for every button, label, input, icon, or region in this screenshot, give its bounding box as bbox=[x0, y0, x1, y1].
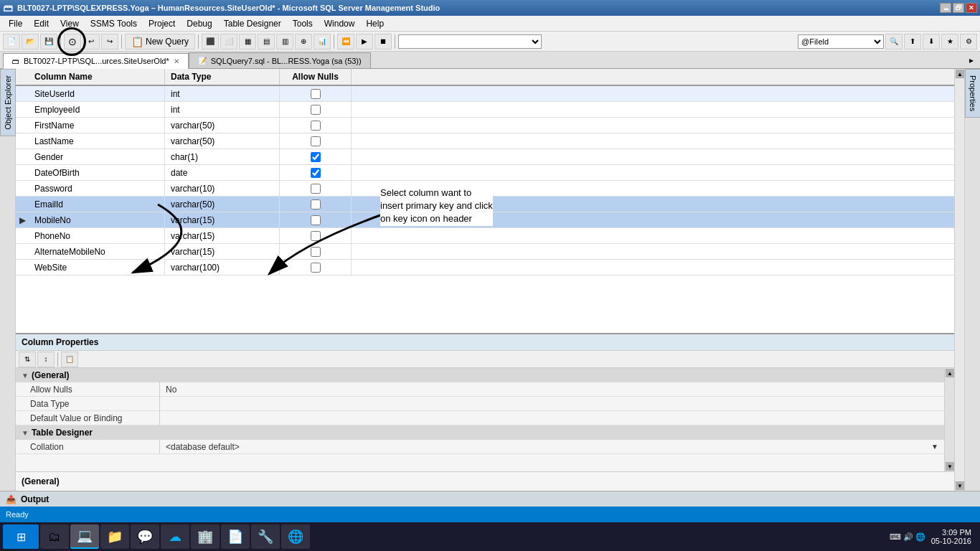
cell-name-10[interactable]: PhoneNo bbox=[29, 228, 165, 243]
toolbar-btn-x4[interactable]: ⚙ bbox=[960, 34, 977, 50]
toolbar-btn-cursor[interactable]: ⊙ bbox=[64, 34, 81, 50]
scrollbar-down[interactable]: ▼ bbox=[946, 462, 954, 471]
toolbar-btn-10[interactable]: ▥ bbox=[276, 34, 293, 50]
cell-name-5[interactable]: Gender bbox=[29, 149, 165, 164]
cell-name-2[interactable]: EmployeeId bbox=[29, 102, 165, 117]
col-props-scrollbar[interactable]: ▲ ▼ bbox=[944, 368, 954, 471]
toolbar-btn-15[interactable]: ⏹ bbox=[374, 34, 392, 50]
menu-ssms[interactable]: SSMS Tools bbox=[85, 17, 143, 30]
toolbar-btn-13[interactable]: ⏪ bbox=[337, 34, 354, 50]
main-scrollbar-down[interactable]: ▼ bbox=[956, 481, 964, 490]
checkbox-null-9[interactable] bbox=[311, 215, 321, 225]
close-button[interactable]: ✕ bbox=[966, 3, 977, 13]
cell-type-9[interactable]: varchar(15) bbox=[165, 212, 280, 227]
table-row[interactable]: ▶ MobileNo varchar(15) bbox=[16, 212, 954, 228]
checkbox-null-1[interactable] bbox=[311, 89, 321, 99]
cell-null-12[interactable] bbox=[280, 260, 352, 275]
toolbar-btn-x2[interactable]: ⬇ bbox=[923, 34, 940, 50]
main-scrollbar[interactable]: ▲ ▼ bbox=[954, 69, 964, 491]
tab-sqlquery7[interactable]: 📝 SQLQuery7.sql - BL...RESS.Yoga (sa (53… bbox=[189, 52, 371, 68]
new-query-button[interactable]: 📋 New Query bbox=[125, 34, 195, 50]
checkbox-null-12[interactable] bbox=[311, 263, 321, 273]
cell-type-12[interactable]: varchar(100) bbox=[165, 260, 280, 275]
toolbar-btn-undo[interactable]: ↩ bbox=[83, 34, 100, 50]
props-toolbar-btn-1[interactable]: ⇅ bbox=[19, 352, 36, 367]
cell-name-1[interactable]: SiteUserId bbox=[29, 86, 165, 101]
taskbar-icon-skype[interactable]: ☁ bbox=[161, 524, 189, 549]
props-toolbar-btn-2[interactable]: ↕ bbox=[37, 352, 55, 367]
cell-name-7[interactable]: Password bbox=[29, 181, 165, 196]
main-scrollbar-up[interactable]: ▲ bbox=[956, 70, 964, 78]
toolbar-btn-11[interactable]: ⊕ bbox=[295, 34, 312, 50]
tab-scroll-right[interactable]: ▸ bbox=[966, 52, 977, 68]
cell-null-4[interactable] bbox=[280, 133, 352, 149]
cell-type-2[interactable]: int bbox=[165, 102, 280, 117]
object-explorer-tab[interactable]: Object Explorer bbox=[0, 69, 16, 136]
menu-table-designer[interactable]: Table Designer bbox=[218, 17, 287, 30]
cell-name-3[interactable]: FirstName bbox=[29, 118, 165, 133]
checkbox-null-8[interactable] bbox=[311, 199, 321, 209]
menu-project[interactable]: Project bbox=[143, 17, 181, 30]
checkbox-null-3[interactable] bbox=[311, 121, 321, 131]
checkbox-null-10[interactable] bbox=[311, 231, 321, 241]
toolbar-btn-x3[interactable]: ★ bbox=[941, 34, 958, 50]
cell-type-1[interactable]: int bbox=[165, 86, 280, 101]
cell-name-12[interactable]: WebSite bbox=[29, 260, 165, 275]
cell-null-7[interactable] bbox=[280, 181, 352, 196]
table-row[interactable]: EmailId varchar(50) bbox=[16, 197, 954, 212]
cell-null-9[interactable] bbox=[280, 212, 352, 227]
toolbar-btn-12[interactable]: 📊 bbox=[314, 34, 331, 50]
taskbar-icon-chat[interactable]: 💬 bbox=[131, 524, 159, 549]
cell-null-8[interactable] bbox=[280, 197, 352, 212]
taskbar-icon-app3[interactable]: 🔧 bbox=[251, 524, 280, 549]
toolbar-btn-redo[interactable]: ↪ bbox=[101, 34, 118, 50]
cell-null-10[interactable] bbox=[280, 228, 352, 243]
cell-name-4[interactable]: LastName bbox=[29, 133, 165, 149]
cell-type-10[interactable]: varchar(15) bbox=[165, 228, 280, 243]
table-row[interactable]: DateOfBirth date bbox=[16, 165, 954, 181]
toolbar-btn-9[interactable]: ▤ bbox=[258, 34, 275, 50]
menu-tools[interactable]: Tools bbox=[287, 17, 319, 30]
props-val-collation[interactable]: <database default> ▼ bbox=[159, 440, 944, 453]
cell-name-8[interactable]: EmailId bbox=[29, 197, 165, 212]
cell-type-8[interactable]: varchar(50) bbox=[165, 197, 280, 212]
checkbox-null-6[interactable] bbox=[311, 168, 321, 178]
cell-type-4[interactable]: varchar(50) bbox=[165, 133, 280, 149]
menu-view[interactable]: View bbox=[55, 17, 85, 30]
cell-type-7[interactable]: varchar(10) bbox=[165, 181, 280, 196]
toolbar-btn-7[interactable]: ⬜ bbox=[220, 34, 237, 50]
properties-tab[interactable]: Properties bbox=[965, 69, 981, 118]
tab-siteuserold[interactable]: 🗃 BLT0027-LPTP\SQL...urces.SiteUserOld* … bbox=[3, 53, 189, 69]
scrollbar-up[interactable]: ▲ bbox=[946, 369, 954, 377]
cell-type-6[interactable]: date bbox=[165, 165, 280, 180]
taskbar-icon-app2[interactable]: 📄 bbox=[221, 524, 250, 549]
cell-type-5[interactable]: char(1) bbox=[165, 149, 280, 164]
checkbox-null-11[interactable] bbox=[311, 247, 321, 257]
table-row[interactable]: LastName varchar(50) bbox=[16, 133, 954, 149]
cell-null-1[interactable] bbox=[280, 86, 352, 101]
checkbox-null-2[interactable] bbox=[311, 105, 321, 115]
props-row-data-type[interactable]: Data Type bbox=[16, 397, 944, 411]
cell-name-9[interactable]: MobileNo bbox=[29, 212, 165, 227]
cell-null-5[interactable] bbox=[280, 149, 352, 164]
toolbar-btn-save[interactable]: 💾 bbox=[40, 34, 57, 50]
props-section-general[interactable]: ▼ (General) bbox=[16, 368, 944, 382]
toolbar-btn-search[interactable]: 🔍 bbox=[885, 34, 903, 50]
output-label[interactable]: Output bbox=[21, 494, 49, 504]
table-row[interactable]: WebSite varchar(100) bbox=[16, 260, 954, 276]
cell-type-3[interactable]: varchar(50) bbox=[165, 118, 280, 133]
taskbar-icon-file-explorer[interactable]: 🗂 bbox=[40, 524, 69, 549]
cell-null-2[interactable] bbox=[280, 102, 352, 117]
taskbar-icon-app1[interactable]: 🏢 bbox=[191, 524, 220, 549]
toolbar-btn-new[interactable]: 📄 bbox=[3, 34, 20, 50]
tab-siteuserold-close[interactable]: ✕ bbox=[174, 57, 179, 65]
table-row[interactable]: SiteUserId int bbox=[16, 86, 954, 102]
table-row[interactable]: Password varchar(10) bbox=[16, 181, 954, 197]
fiield-dropdown[interactable]: @FiIeld bbox=[798, 34, 884, 49]
toolbar-btn-x1[interactable]: ⬆ bbox=[904, 34, 921, 50]
toolbar-btn-6[interactable]: ⬛ bbox=[202, 34, 219, 50]
checkbox-null-4[interactable] bbox=[311, 136, 321, 146]
table-row[interactable]: PhoneNo varchar(15) bbox=[16, 228, 954, 244]
props-section-table-designer[interactable]: ▼ Table Designer bbox=[16, 425, 944, 440]
checkbox-null-7[interactable] bbox=[311, 184, 321, 194]
